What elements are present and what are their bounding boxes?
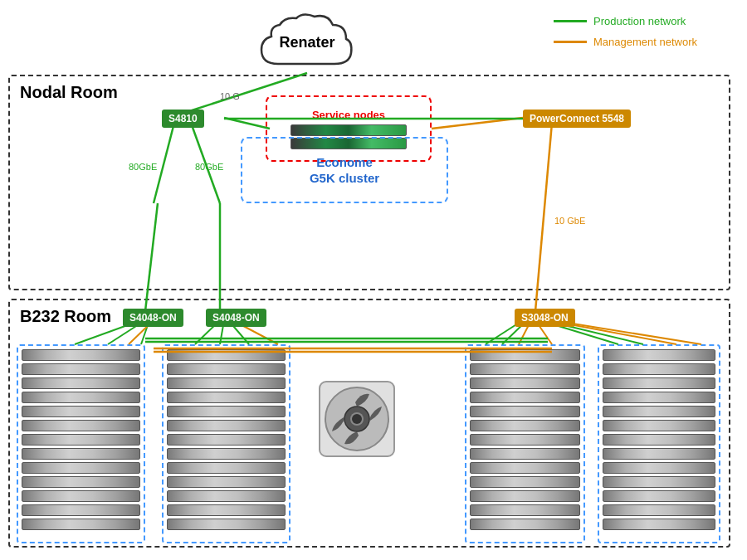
server-row	[603, 462, 715, 474]
node-cluster-3	[465, 344, 585, 543]
server-row	[470, 519, 580, 530]
server-row	[167, 504, 286, 516]
service-nodes-label: Service nodes	[312, 109, 385, 121]
server-row	[167, 377, 286, 389]
econome-cluster-box: Econome G5K cluster	[241, 137, 448, 203]
server-row	[22, 420, 140, 431]
server-row	[470, 420, 580, 431]
server-row	[22, 377, 140, 389]
server-row	[167, 392, 286, 403]
server-row	[470, 363, 580, 375]
server-row	[603, 392, 715, 403]
server-row	[470, 349, 580, 361]
svg-point-5	[352, 414, 362, 424]
server-row	[603, 349, 715, 361]
svg-text:Renater: Renater	[279, 34, 334, 51]
server-row	[22, 448, 140, 460]
server-row	[22, 462, 140, 474]
server-row	[470, 434, 580, 446]
cloud: Renater	[253, 10, 361, 84]
server-row	[603, 420, 715, 431]
production-label: Production network	[593, 15, 686, 27]
server-row	[603, 490, 715, 502]
server-row	[603, 476, 715, 488]
server-row	[22, 434, 140, 446]
server-row	[22, 363, 140, 375]
production-line-icon	[554, 20, 587, 22]
legend-management: Management network	[554, 36, 697, 48]
b232-room-label: B232 Room	[20, 307, 111, 326]
server-row	[470, 377, 580, 389]
server-row	[167, 420, 286, 431]
management-line-icon	[554, 41, 587, 43]
server-row	[603, 406, 715, 417]
server-row	[22, 392, 140, 403]
server-row	[22, 476, 140, 488]
powerconnect-switch: PowerConnect 5548	[523, 110, 631, 128]
econome-label: Econome G5K cluster	[310, 154, 379, 187]
server-row	[22, 490, 140, 502]
s4810-switch: S4810	[162, 110, 204, 128]
server-row	[470, 406, 580, 417]
s4048-2-switch: S4048-ON	[206, 309, 266, 327]
s3048-switch: S3048-ON	[515, 309, 575, 327]
server-row	[603, 363, 715, 375]
server-row	[22, 519, 140, 530]
server-row	[603, 377, 715, 389]
server-row	[603, 434, 715, 446]
server-row	[167, 519, 286, 530]
server-row	[167, 462, 286, 474]
server-row	[22, 504, 140, 516]
server-row	[470, 392, 580, 403]
server-row	[603, 519, 715, 530]
server-row	[167, 434, 286, 446]
server-row	[470, 462, 580, 474]
server-row	[167, 448, 286, 460]
server-row	[167, 349, 286, 361]
server-row	[603, 448, 715, 460]
server-row	[470, 448, 580, 460]
server-row	[470, 504, 580, 516]
legend: Production network Management network	[554, 15, 697, 48]
fan	[315, 377, 398, 464]
server-row	[22, 406, 140, 417]
management-label: Management network	[593, 36, 697, 48]
server-row	[470, 476, 580, 488]
server-row	[603, 504, 715, 516]
nodal-room-label: Nodal Room	[20, 83, 118, 102]
s4048-1-switch: S4048-ON	[123, 309, 183, 327]
server-row	[470, 490, 580, 502]
node-cluster-1	[17, 344, 145, 543]
legend-production: Production network	[554, 15, 697, 27]
server-row	[22, 349, 140, 361]
server-row	[167, 406, 286, 417]
node-cluster-4	[598, 344, 720, 543]
server-row	[167, 490, 286, 502]
diagram-container: Production network Management network Re…	[0, 0, 747, 560]
server-row	[167, 476, 286, 488]
server-bar-1	[290, 124, 407, 136]
server-row	[167, 363, 286, 375]
node-cluster-2	[162, 344, 290, 543]
